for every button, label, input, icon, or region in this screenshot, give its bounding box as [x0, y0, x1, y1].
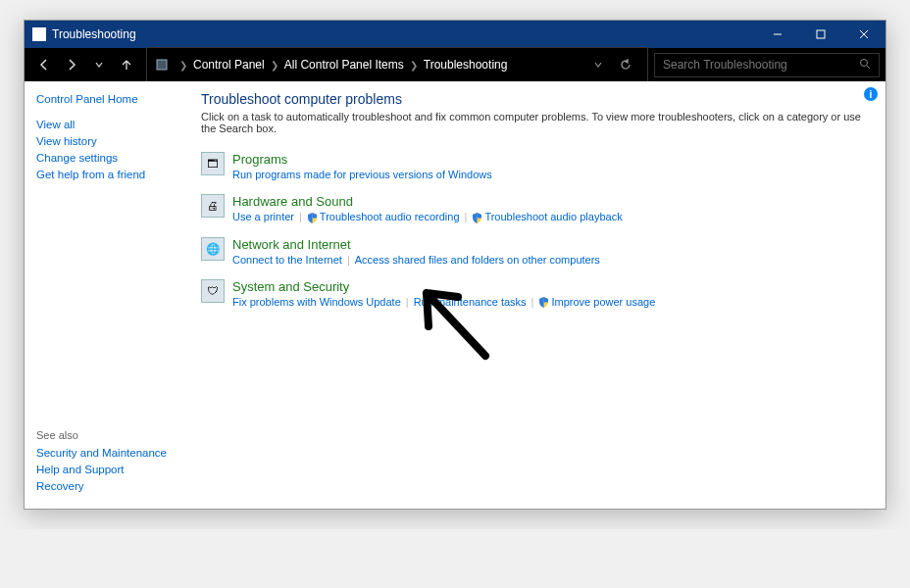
shield-icon	[538, 297, 549, 308]
sidebar-item-view-all[interactable]: View all	[36, 119, 170, 130]
address-bar[interactable]: ❯ Control Panel ❯ All Control Panel Item…	[146, 47, 648, 82]
seealso-recovery[interactable]: Recovery	[36, 480, 170, 492]
link-divider: |	[299, 211, 302, 222]
link-divider: |	[406, 296, 409, 308]
content: i Control Panel Home View all View histo…	[25, 81, 885, 509]
category-icon: 🖨	[201, 194, 225, 218]
link-divider: |	[465, 211, 468, 222]
svg-point-5	[861, 59, 868, 66]
category-title[interactable]: Hardware and Sound	[232, 194, 353, 209]
category-icon: 🌐	[201, 237, 225, 261]
window-title: Troubleshooting	[52, 27, 756, 41]
link-divider: |	[531, 296, 534, 308]
back-button[interactable]	[30, 51, 58, 78]
navbar: ❯ Control Panel ❯ All Control Panel Item…	[25, 48, 885, 81]
search-input[interactable]	[663, 58, 859, 72]
search-icon[interactable]	[859, 58, 871, 73]
app-icon	[32, 27, 46, 41]
task-link[interactable]: Run maintenance tasks	[414, 296, 527, 308]
page-title: Troubleshoot computer problems	[201, 91, 866, 107]
control-panel-home-link[interactable]: Control Panel Home	[36, 93, 170, 105]
task-link[interactable]: Troubleshoot audio recording	[320, 211, 460, 222]
crumb-0[interactable]: Control Panel	[193, 58, 265, 72]
page-description: Click on a task to automatically trouble…	[201, 111, 866, 134]
address-dropdown[interactable]	[584, 51, 612, 78]
shield-icon	[307, 213, 318, 223]
chevron-right-icon[interactable]: ❯	[271, 60, 278, 71]
minimize-button[interactable]	[756, 21, 799, 48]
category-icon: 🗔	[201, 152, 225, 175]
window: Troubleshooting ❯ Control Panel ❯ All Co…	[24, 20, 886, 510]
task-link[interactable]: Access shared files and folders on other…	[355, 254, 600, 266]
search-box[interactable]	[654, 53, 880, 77]
category-links: Fix problems with Windows Update|Run mai…	[232, 296, 866, 309]
svg-rect-4	[157, 60, 167, 70]
category-title[interactable]: Network and Internet	[232, 237, 351, 252]
svg-rect-1	[817, 30, 825, 38]
chevron-right-icon[interactable]: ❯	[179, 60, 187, 71]
task-link[interactable]: Connect to the Internet	[232, 254, 342, 266]
task-link[interactable]: Improve power usage	[551, 296, 655, 308]
chevron-right-icon[interactable]: ❯	[410, 60, 418, 71]
category-title[interactable]: System and Security	[232, 279, 349, 294]
task-link[interactable]: Troubleshoot audio playback	[484, 211, 622, 222]
crumb-2[interactable]: Troubleshooting	[424, 58, 508, 72]
seealso-security[interactable]: Security and Maintenance	[36, 447, 170, 459]
category: 🗔ProgramsRun programs made for previous …	[201, 152, 866, 180]
titlebar: Troubleshooting	[25, 21, 885, 48]
refresh-button[interactable]	[612, 51, 639, 78]
category-links: Connect to the Internet|Access shared fi…	[232, 254, 866, 266]
sidebar-item-view-history[interactable]: View history	[36, 135, 170, 147]
link-divider: |	[347, 254, 350, 266]
maximize-button[interactable]	[799, 21, 842, 48]
crumb-1[interactable]: All Control Panel Items	[284, 58, 404, 72]
forward-button[interactable]	[58, 51, 85, 78]
category: 🛡System and SecurityFix problems with Wi…	[201, 279, 866, 309]
close-button[interactable]	[842, 21, 885, 48]
main-panel: Troubleshoot computer problems Click on …	[181, 81, 885, 509]
up-button[interactable]	[113, 51, 140, 78]
shield-icon	[472, 213, 482, 223]
task-link[interactable]: Use a printer	[232, 211, 294, 222]
category: 🖨Hardware and SoundUse a printer|Trouble…	[201, 194, 866, 223]
category-title[interactable]: Programs	[232, 152, 287, 167]
seealso-help[interactable]: Help and Support	[36, 464, 170, 475]
sidebar-item-get-help[interactable]: Get help from a friend	[36, 169, 170, 180]
task-link[interactable]: Run programs made for previous versions …	[232, 169, 492, 180]
sidebar-item-change-settings[interactable]: Change settings	[36, 152, 170, 164]
location-icon	[155, 58, 169, 72]
see-also-label: See also	[36, 429, 170, 441]
category: 🌐Network and InternetConnect to the Inte…	[201, 237, 866, 266]
sidebar: Control Panel Home View all View history…	[25, 81, 181, 509]
category-links: Run programs made for previous versions …	[232, 169, 866, 180]
recent-dropdown[interactable]	[85, 51, 113, 78]
task-link[interactable]: Fix problems with Windows Update	[232, 296, 401, 308]
category-links: Use a printer|Troubleshoot audio recordi…	[232, 211, 866, 223]
category-icon: 🛡	[201, 279, 225, 303]
svg-line-6	[867, 66, 870, 69]
